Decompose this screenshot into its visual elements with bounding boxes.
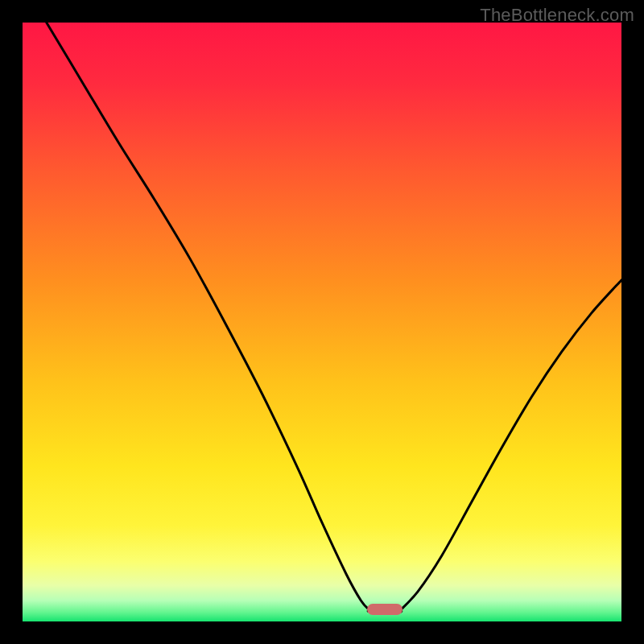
v-curve [23, 23, 621, 621]
chart-frame: TheBottleneck.com [0, 0, 644, 644]
plot-area [23, 23, 621, 621]
optimal-marker-pill [367, 604, 402, 615]
